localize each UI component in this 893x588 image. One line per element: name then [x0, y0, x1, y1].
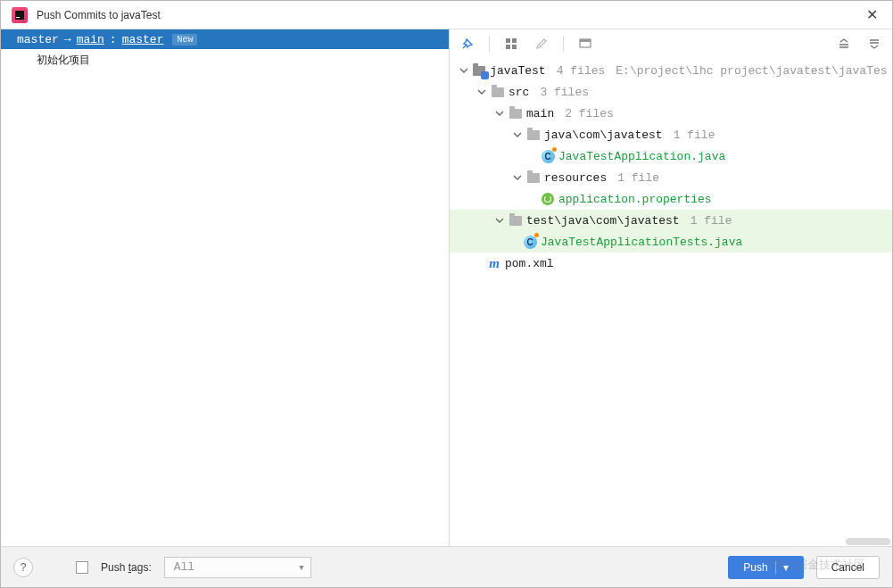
project-folder-icon: [473, 63, 487, 78]
tree-file-pom[interactable]: m pom.xml: [450, 253, 892, 274]
maven-icon: m: [487, 256, 501, 270]
window-title: Push Commits to javaTest: [37, 9, 854, 21]
tree-node-meta: 4 files: [557, 64, 606, 78]
svg-rect-7: [580, 39, 591, 42]
combo-value: All: [174, 560, 194, 574]
arrow-icon: →: [64, 33, 71, 46]
tree-file-props[interactable]: application.properties: [450, 188, 892, 210]
edit-icon[interactable]: [533, 35, 550, 53]
svg-rect-4: [506, 45, 510, 49]
chevron-down-icon[interactable]: [494, 108, 505, 119]
svg-rect-2: [506, 38, 510, 43]
close-icon[interactable]: ✕: [863, 6, 881, 23]
spring-icon: [541, 192, 555, 206]
push-split-chevron[interactable]: ▾: [775, 561, 789, 574]
svg-rect-1: [16, 17, 20, 18]
chevron-down-icon[interactable]: [494, 215, 505, 226]
grid-icon[interactable]: [502, 35, 520, 53]
toolbar-separator: [563, 36, 564, 52]
java-class-icon: C: [523, 235, 537, 249]
commit-message: 初始化项目: [37, 54, 90, 66]
collapse-all-icon[interactable]: [865, 35, 883, 53]
tree-node-label: javaTest: [490, 64, 545, 78]
tree-node-label: src: [509, 86, 529, 99]
tree-node-meta: 1 file: [690, 214, 732, 228]
push-button-label: Push: [743, 561, 767, 574]
tree-file-label: JavaTestApplication.java: [558, 150, 725, 163]
new-badge: New: [172, 34, 197, 46]
chevron-down-icon: ▾: [298, 560, 305, 575]
cancel-button[interactable]: Cancel: [816, 556, 880, 579]
folder-icon: [509, 106, 523, 120]
tree-node-meta: 3 files: [540, 86, 589, 99]
horizontal-scrollbar[interactable]: [450, 537, 892, 546]
cancel-button-label: Cancel: [831, 561, 864, 574]
tree-node-meta: 1 file: [617, 171, 659, 185]
push-tags-label[interactable]: Push tags:: [101, 561, 152, 574]
tree-node-path: E:\project\lhc project\javatest\javaTest: [616, 64, 887, 78]
tree-node-meta: 1 file: [674, 128, 715, 142]
tree-node-main[interactable]: main 2 files: [450, 103, 892, 124]
folder-icon: [526, 128, 541, 142]
tree-node-label: java\com\javatest: [544, 128, 663, 142]
tree-file-label: application.properties: [558, 193, 712, 206]
folder-icon: [491, 85, 505, 99]
preview-icon[interactable]: [576, 35, 594, 53]
java-class-icon: C: [541, 149, 555, 163]
pin-icon[interactable]: [459, 35, 476, 53]
folder-icon: [526, 170, 541, 185]
tree-file-label: pom.xml: [505, 257, 554, 270]
tree-node-label: resources: [544, 171, 607, 185]
app-icon: [12, 7, 28, 23]
remote-name[interactable]: main: [77, 33, 104, 46]
toolbar-separator: [489, 36, 490, 52]
commit-row[interactable]: 初始化项目: [1, 49, 449, 71]
tree-file-tests[interactable]: C JavaTestApplicationTests.java: [450, 231, 892, 253]
svg-rect-5: [512, 45, 517, 49]
scrollbar-thumb[interactable]: [846, 538, 890, 545]
label-part: ags:: [131, 561, 152, 574]
push-button[interactable]: Push ▾: [728, 556, 803, 579]
tree-node-label: test\java\com\javatest: [526, 214, 680, 228]
svg-rect-3: [512, 38, 517, 43]
tree-file-label: JavaTestApplicationTests.java: [541, 236, 742, 249]
branch-row[interactable]: master → main : master New: [1, 29, 449, 49]
help-button[interactable]: ?: [13, 558, 33, 577]
push-tags-checkbox[interactable]: [76, 561, 88, 574]
expand-all-icon[interactable]: [835, 35, 853, 53]
svg-rect-0: [15, 11, 24, 20]
label-part: Push: [101, 561, 128, 574]
tree-node-src[interactable]: src 3 files: [450, 81, 892, 103]
chevron-down-icon[interactable]: [512, 129, 523, 140]
local-branch: master: [17, 33, 59, 46]
folder-icon: [509, 213, 523, 228]
tree-file-app[interactable]: C JavaTestApplication.java: [450, 145, 892, 167]
tree-node-java-pkg[interactable]: java\com\javatest 1 file: [450, 124, 892, 145]
tree-node-resources[interactable]: resources 1 file: [450, 167, 892, 188]
right-toolbar: [450, 29, 892, 58]
branch-sep: :: [110, 33, 117, 46]
tracking-branch[interactable]: master: [122, 33, 164, 46]
chevron-down-icon[interactable]: [459, 65, 469, 76]
chevron-down-icon[interactable]: [476, 87, 487, 97]
chevron-down-icon[interactable]: [512, 172, 523, 183]
tree-node-label: main: [526, 107, 554, 120]
tree-node-meta: 2 files: [565, 107, 614, 120]
tree-node-test-pkg[interactable]: test\java\com\javatest 1 file: [450, 210, 892, 231]
tree-root[interactable]: javaTest 4 files E:\project\lhc project\…: [450, 60, 892, 81]
tags-filter-combo[interactable]: All ▾: [164, 557, 311, 578]
